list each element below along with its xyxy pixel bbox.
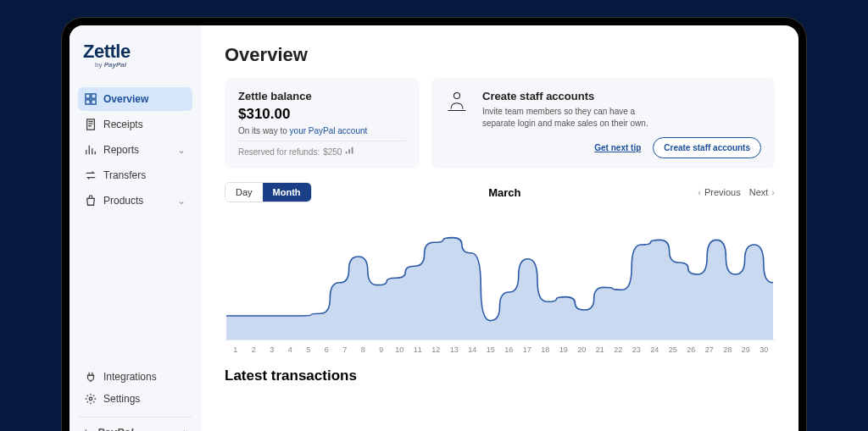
timeframe-month[interactable]: Month	[263, 183, 311, 202]
prev-period[interactable]: ‹Previous	[698, 187, 740, 197]
nav-label: Transfers	[103, 169, 146, 181]
sidebar-item-settings[interactable]: Settings	[78, 388, 192, 410]
next-tip-link[interactable]: Get next tip	[594, 143, 641, 152]
balance-refund: Reserved for refunds: $250	[238, 146, 406, 157]
nav-label: Receipts	[103, 119, 143, 130]
timeframe-toggle: Day Month	[225, 182, 312, 202]
tip-title: Create staff accounts	[482, 90, 761, 102]
chevron-right-icon: ›	[771, 187, 775, 197]
sidebar-item-overview[interactable]: Overview	[78, 87, 192, 111]
nav-label: Integrations	[103, 371, 157, 383]
create-staff-button[interactable]: Create staff accounts	[653, 137, 761, 158]
screen: Zettle by PayPal Overview Receipts Repor…	[70, 25, 798, 431]
tip-card: Create staff accounts Invite team member…	[431, 78, 775, 169]
svg-point-9	[454, 93, 460, 99]
nav-label: Reports	[103, 144, 139, 156]
sidebar-item-products[interactable]: Products ⌄	[78, 189, 192, 213]
receipt-icon	[85, 119, 97, 130]
nav-label: Overview	[103, 93, 148, 105]
summary-cards: Zettle balance $310.00 On its way to you…	[225, 78, 775, 169]
sidebar-item-reports[interactable]: Reports ⌄	[78, 138, 192, 162]
tip-body: Invite team members so they can have a s…	[482, 106, 652, 129]
paypal-account-link[interactable]: your PayPal account	[290, 126, 368, 135]
period-label: March	[312, 186, 698, 199]
grid-icon	[85, 93, 97, 105]
balance-destination: On its way to your PayPal account	[238, 126, 406, 135]
sidebar-footer: by PayPal ⇤	[78, 417, 192, 431]
sales-chart	[225, 209, 775, 340]
svg-rect-6	[346, 152, 348, 154]
svg-rect-0	[86, 94, 90, 98]
transfer-icon	[85, 169, 97, 181]
chevron-down-icon: ⌄	[177, 144, 186, 156]
balance-amount: $310.00	[238, 106, 406, 123]
svg-point-5	[89, 397, 92, 401]
brand-byline: by PayPal	[83, 61, 187, 69]
balance-card: Zettle balance $310.00 On its way to you…	[225, 78, 420, 169]
bag-icon	[85, 195, 97, 207]
transactions-title: Latest transactions	[225, 367, 775, 384]
nav-label: Settings	[103, 393, 140, 405]
plug-icon	[85, 371, 97, 383]
sidebar-item-transfers[interactable]: Transfers	[78, 163, 192, 187]
svg-rect-8	[352, 147, 353, 154]
brand-logo: Zettle by PayPal	[78, 41, 192, 72]
chevron-left-icon: ‹	[698, 187, 701, 197]
period-pager: ‹Previous Next›	[698, 187, 775, 197]
svg-rect-4	[87, 119, 95, 130]
tablet-frame: Zettle by PayPal Overview Receipts Repor…	[61, 17, 807, 431]
nav-label: Products	[103, 195, 143, 207]
page-title: Overview	[225, 44, 775, 66]
svg-rect-7	[349, 149, 351, 153]
timeframe-day[interactable]: Day	[225, 183, 263, 202]
chart-icon	[85, 144, 97, 156]
next-period[interactable]: Next›	[749, 187, 775, 197]
svg-rect-2	[86, 100, 90, 104]
brand-name: Zettle	[83, 41, 187, 63]
svg-rect-1	[92, 94, 96, 98]
collapse-icon[interactable]: ⇤	[183, 426, 192, 431]
primary-nav: Overview Receipts Reports ⌄ Transfers	[78, 87, 192, 213]
chart-x-axis: 1234567891011121314151617181920212223242…	[225, 345, 775, 354]
sidebar-item-integrations[interactable]: Integrations	[78, 366, 192, 388]
secondary-nav: Integrations Settings	[78, 366, 192, 410]
gear-icon	[85, 393, 97, 405]
sidebar: Zettle by PayPal Overview Receipts Repor…	[70, 25, 201, 431]
staff-icon	[445, 90, 470, 157]
main-content: Overview Zettle balance $310.00 On its w…	[201, 25, 798, 431]
bars-icon	[345, 146, 355, 157]
balance-title: Zettle balance	[238, 90, 406, 102]
sidebar-item-receipts[interactable]: Receipts	[78, 113, 192, 136]
chart-header: Day Month March ‹Previous Next›	[225, 182, 775, 202]
chevron-down-icon: ⌄	[177, 195, 186, 207]
svg-rect-3	[92, 100, 96, 104]
